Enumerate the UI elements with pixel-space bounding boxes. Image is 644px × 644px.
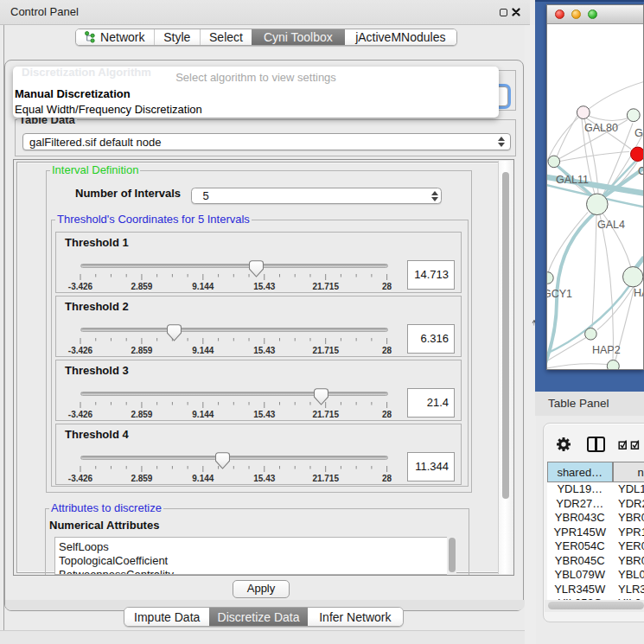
svg-text:HA: HA xyxy=(634,287,643,299)
svg-text:GAL11: GAL11 xyxy=(556,174,589,186)
svg-text:GCY1: GCY1 xyxy=(547,288,572,300)
svg-text:GA: GA xyxy=(634,127,643,139)
svg-text:GAL4: GAL4 xyxy=(597,219,625,231)
svg-text:GAL80: GAL80 xyxy=(584,122,618,134)
svg-text:CD: CD xyxy=(638,165,643,177)
svg-text:HAP2: HAP2 xyxy=(592,344,621,356)
